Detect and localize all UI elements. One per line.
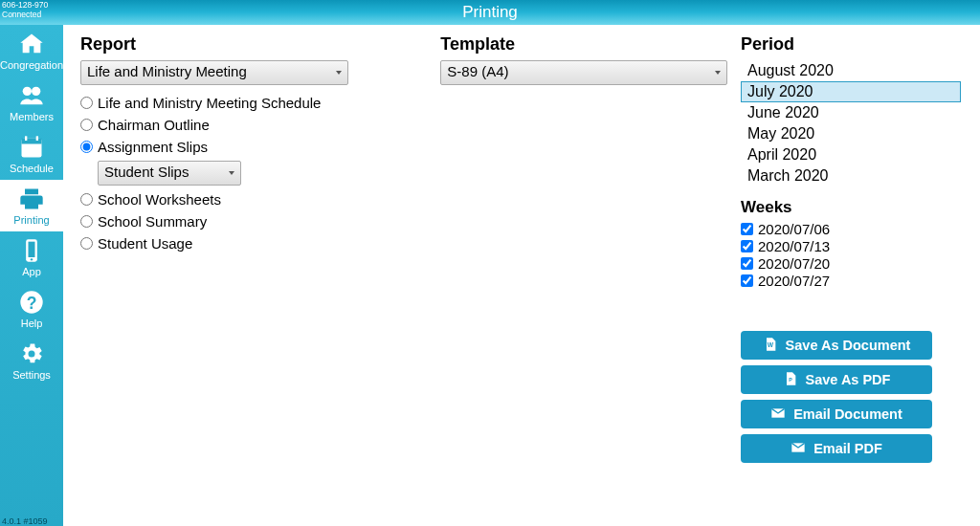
sidebar-item-label: Printing (13, 214, 49, 226)
svg-point-1 (32, 87, 40, 96)
sidebar-item-label: Settings (12, 369, 51, 381)
week-label: 2020/07/13 (758, 238, 830, 254)
week-label: 2020/07/27 (758, 273, 830, 289)
radio-input[interactable] (80, 97, 93, 109)
radio-input[interactable] (80, 193, 93, 206)
period-item[interactable]: April 2020 (741, 144, 961, 165)
radio-input[interactable] (80, 141, 93, 153)
sidebar: Congregation Members Schedule Printing A (0, 25, 63, 526)
button-label: Save As Document (786, 338, 911, 353)
save-pdf-button[interactable]: P Save As PDF (741, 365, 932, 394)
sidebar-item-members[interactable]: Members (0, 77, 63, 128)
week-row[interactable]: 2020/07/20 (741, 255, 961, 272)
period-heading: Period (741, 34, 961, 55)
period-item[interactable]: August 2020 (741, 60, 961, 81)
radio-input[interactable] (80, 237, 93, 250)
week-label: 2020/07/20 (758, 255, 830, 272)
assignment-sub-value: Student Slips (104, 164, 189, 180)
sidebar-item-schedule[interactable]: Schedule (0, 128, 63, 180)
report-option-schedule[interactable]: Life and Ministry Meeting Schedule (80, 95, 440, 111)
report-option-label: School Summary (98, 213, 207, 230)
button-label: Email PDF (813, 441, 882, 456)
connection-state: Connected (2, 10, 48, 19)
calendar-icon (0, 134, 63, 161)
report-option-worksheets[interactable]: School Worksheets (80, 191, 440, 208)
svg-point-8 (31, 258, 33, 260)
word-icon: W (763, 337, 778, 355)
period-list: August 2020 July 2020 June 2020 May 2020… (741, 60, 961, 186)
email-pdf-button[interactable]: Email PDF (741, 434, 932, 463)
pdf-icon: P (783, 371, 798, 389)
report-option-label: Assignment Slips (98, 139, 208, 155)
report-option-summary[interactable]: School Summary (80, 213, 440, 230)
help-icon: ? (0, 289, 63, 316)
sidebar-item-help[interactable]: ? Help (0, 283, 63, 335)
button-label: Email Document (793, 406, 902, 422)
phone-icon (0, 237, 63, 264)
week-checkbox[interactable] (741, 274, 753, 287)
members-icon (0, 82, 63, 109)
sidebar-item-label: Schedule (10, 163, 54, 174)
assignment-sub-dropdown[interactable]: Student Slips (98, 161, 241, 186)
weeks-heading: Weeks (741, 198, 961, 217)
svg-rect-5 (36, 136, 38, 141)
report-option-usage[interactable]: Student Usage (80, 235, 440, 252)
report-option-chairman[interactable]: Chairman Outline (80, 117, 440, 133)
week-checkbox[interactable] (741, 257, 753, 270)
envelope-icon (770, 405, 786, 424)
button-label: Save As PDF (806, 372, 891, 387)
week-row[interactable]: 2020/07/13 (741, 238, 961, 254)
report-heading: Report (80, 34, 440, 55)
template-dropdown-value: S-89 (A4) (447, 63, 508, 79)
connection-status: 606-128-970 Connected (2, 0, 48, 19)
period-item[interactable]: July 2020 (741, 81, 961, 102)
gear-icon (0, 340, 63, 367)
titlebar: 606-128-970 Connected Printing (0, 0, 980, 25)
week-checkbox[interactable] (741, 240, 753, 252)
version-label: 4.0.1 #1059 (2, 516, 48, 526)
content: Report Life and Ministry Meeting Life an… (63, 25, 980, 526)
home-icon (0, 31, 63, 57)
week-row[interactable]: 2020/07/06 (741, 221, 961, 237)
printer-icon (0, 186, 63, 212)
main: Congregation Members Schedule Printing A (0, 25, 980, 526)
report-dropdown[interactable]: Life and Ministry Meeting (80, 60, 348, 85)
period-item[interactable]: June 2020 (741, 102, 961, 123)
report-option-assignment[interactable]: Assignment Slips (80, 139, 440, 155)
sidebar-item-app[interactable]: App (0, 231, 63, 283)
sidebar-item-settings[interactable]: Settings (0, 335, 63, 386)
period-item[interactable]: May 2020 (741, 123, 961, 144)
report-option-label: School Worksheets (98, 191, 221, 208)
sidebar-item-label: Help (21, 318, 43, 329)
week-row[interactable]: 2020/07/27 (741, 273, 961, 289)
svg-rect-7 (29, 242, 35, 257)
report-option-label: Student Usage (98, 235, 192, 252)
report-column: Report Life and Ministry Meeting Life an… (80, 34, 440, 516)
svg-rect-4 (25, 136, 27, 141)
save-document-button[interactable]: W Save As Document (741, 331, 932, 360)
assignment-sub-row: Student Slips (80, 161, 440, 186)
sidebar-item-congregation[interactable]: Congregation (0, 25, 63, 77)
week-label: 2020/07/06 (758, 221, 830, 237)
sidebar-item-label: Members (10, 111, 54, 122)
period-item[interactable]: March 2020 (741, 165, 961, 186)
template-heading: Template (440, 34, 741, 55)
period-column: Period August 2020 July 2020 June 2020 M… (741, 34, 961, 516)
weeks-list: 2020/07/06 2020/07/13 2020/07/20 2020/07… (741, 221, 961, 289)
email-document-button[interactable]: Email Document (741, 400, 932, 428)
template-column: Template S-89 (A4) (440, 34, 741, 516)
svg-text:?: ? (27, 294, 37, 313)
sidebar-item-label: Congregation (0, 59, 63, 71)
page-title: Printing (462, 3, 518, 21)
template-dropdown[interactable]: S-89 (A4) (440, 60, 727, 85)
report-options: Life and Ministry Meeting Schedule Chair… (80, 95, 440, 252)
connection-id: 606-128-970 (2, 0, 48, 10)
radio-input[interactable] (80, 215, 93, 228)
sidebar-item-label: App (22, 266, 41, 277)
action-buttons: W Save As Document P Save As PDF Email D… (741, 331, 961, 463)
radio-input[interactable] (80, 119, 93, 131)
report-dropdown-value: Life and Ministry Meeting (87, 63, 247, 79)
week-checkbox[interactable] (741, 223, 753, 235)
svg-rect-3 (22, 139, 42, 144)
sidebar-item-printing[interactable]: Printing (0, 180, 63, 231)
